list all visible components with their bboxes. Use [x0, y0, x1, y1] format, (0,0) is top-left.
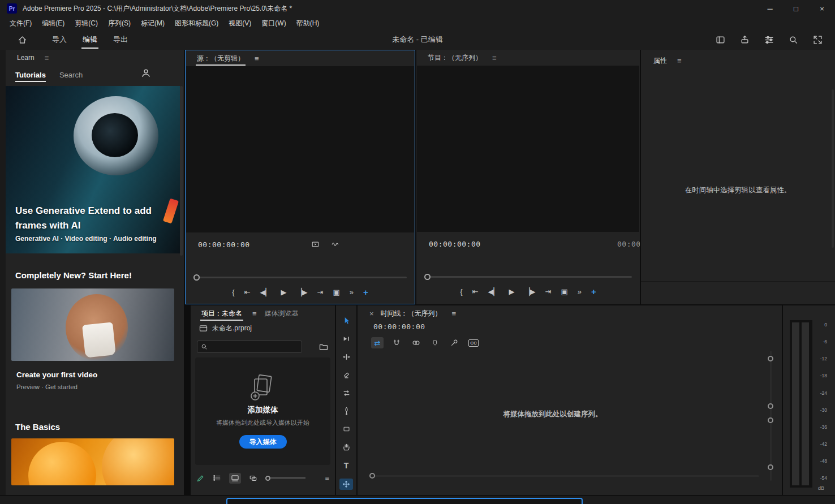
menu-help[interactable]: 帮助(H) [291, 19, 325, 28]
program-monitor-tab[interactable]: 节目：（无序列） [425, 50, 484, 66]
bin-icon[interactable] [319, 343, 328, 351]
source-scrubber[interactable] [193, 274, 407, 280]
project-writable-pencil-icon[interactable] [196, 474, 205, 483]
selection-tool-icon[interactable] [340, 316, 352, 325]
panel-menu-icon[interactable]: ≡ [45, 54, 49, 62]
more-buttons-chevron[interactable]: » [578, 288, 582, 295]
maximize-button[interactable]: □ [783, 0, 809, 17]
tab-export[interactable]: 导出 [105, 29, 136, 50]
go-to-in-button[interactable]: ⇤ [472, 288, 479, 295]
tab-import[interactable]: 导入 [44, 29, 75, 50]
track-select-tool-icon[interactable] [340, 334, 352, 343]
learn-tab-tutorials[interactable]: Tutorials [15, 66, 46, 84]
go-to-out-button[interactable]: ⇥ [317, 288, 324, 296]
tab-edit[interactable]: 编辑 [75, 29, 105, 50]
media-browser-tab[interactable]: 媒体浏览器 [262, 305, 301, 321]
program-scrubber[interactable] [424, 274, 632, 279]
settings-sliders-icon[interactable] [764, 35, 774, 45]
drag-video-icon[interactable] [311, 240, 320, 248]
step-forward-button[interactable]: ▕▶ [296, 288, 308, 296]
scroll-handle[interactable] [768, 417, 773, 423]
transform-tool-icon[interactable] [339, 479, 353, 490]
button-editor-add[interactable]: + [363, 288, 368, 296]
home-button[interactable] [12, 29, 32, 50]
tutorial-hero-card[interactable]: Use Generative Extend to add frames with… [6, 86, 180, 253]
timeline-vertical-scrollbar[interactable] [770, 351, 772, 481]
play-button[interactable]: ▶ [281, 288, 287, 296]
program-timecode[interactable]: 00:00:00:00 [429, 240, 481, 248]
source-timecode[interactable]: 00:00:00:00 [198, 240, 250, 249]
project-file-row[interactable]: 未命名.prproj [199, 324, 252, 333]
hscroll-handle[interactable] [369, 473, 375, 479]
captions-icon[interactable]: CC [467, 337, 480, 348]
mark-in-button[interactable]: { [460, 288, 462, 295]
panel-menu-icon[interactable]: ≡ [452, 310, 457, 317]
menu-graphics-titles[interactable]: 图形和标题(G) [170, 19, 223, 28]
menu-window[interactable]: 窗口(W) [256, 19, 291, 28]
export-frame-button[interactable]: ▣ [333, 288, 339, 296]
scroll-handle[interactable] [768, 403, 773, 409]
drag-audio-icon[interactable] [331, 240, 339, 248]
play-button[interactable]: ▶ [509, 288, 515, 295]
learn-panel-tab[interactable]: Learn [15, 50, 37, 66]
more-buttons-chevron[interactable]: » [350, 288, 354, 296]
go-to-in-button[interactable]: ⇤ [244, 288, 251, 296]
timeline-settings-wrench-icon[interactable] [448, 337, 460, 348]
first-video-card-title[interactable]: Create your first video [16, 371, 97, 379]
quick-export-icon[interactable] [740, 35, 750, 45]
project-tab[interactable]: 项目：未命名 [199, 305, 244, 321]
scroll-handle[interactable] [768, 464, 773, 470]
panel-menu-icon[interactable]: ≡ [252, 310, 257, 317]
workspace-layout-icon[interactable] [716, 35, 725, 45]
step-forward-button[interactable]: ▕▶ [524, 288, 536, 295]
source-monitor-tab[interactable]: 源：（无剪辑） [195, 50, 247, 66]
menu-marker[interactable]: 标记(M) [136, 19, 170, 28]
basics-card-image[interactable] [11, 438, 174, 485]
source-playhead[interactable] [193, 274, 200, 281]
import-media-button[interactable]: 导入媒体 [239, 435, 287, 449]
hand-tool-icon[interactable] [340, 442, 352, 452]
razor-tool-icon[interactable] [340, 370, 352, 380]
go-to-out-button[interactable]: ⇥ [545, 288, 552, 295]
timeline-horizontal-scrollbar[interactable] [369, 475, 759, 477]
scroll-handle[interactable] [768, 356, 773, 361]
step-back-button[interactable]: ◀▏ [260, 288, 272, 296]
panel-menu-icon[interactable]: ≡ [255, 55, 259, 62]
menu-edit[interactable]: 编辑(E) [37, 19, 70, 28]
first-video-card-image[interactable] [11, 288, 174, 361]
export-frame-button[interactable]: ▣ [561, 288, 567, 295]
zoom-slider[interactable] [265, 476, 305, 481]
project-search-input[interactable] [210, 343, 295, 351]
close-button[interactable]: × [809, 0, 835, 17]
zoom-slider-knob[interactable] [265, 476, 270, 481]
learn-tab-search[interactable]: Search [59, 66, 83, 84]
insert-overwrite-toggle-icon[interactable]: ⇄ [371, 337, 384, 348]
menu-view[interactable]: 视图(V) [223, 19, 256, 28]
properties-tab[interactable]: 属性 [651, 53, 669, 68]
panel-menu-icon[interactable]: ≡ [677, 57, 682, 64]
menu-sequence[interactable]: 序列(S) [103, 19, 136, 28]
program-playhead[interactable] [424, 274, 431, 280]
icon-view-button[interactable] [229, 473, 241, 484]
project-search-box[interactable] [197, 341, 302, 353]
fullscreen-icon[interactable] [813, 35, 823, 45]
add-marker-icon[interactable] [429, 337, 441, 348]
timeline-timecode[interactable]: 00:00:00:00 [373, 322, 425, 331]
list-view-icon[interactable] [213, 474, 221, 482]
timeline-close-icon[interactable]: × [369, 309, 374, 318]
account-person-icon[interactable] [141, 68, 151, 78]
footer-menu-icon[interactable]: ≡ [325, 475, 329, 482]
menu-file[interactable]: 文件(F) [5, 19, 37, 28]
learn-scrollbar[interactable] [180, 86, 183, 256]
button-editor-add[interactable]: + [591, 287, 596, 296]
media-dropzone[interactable]: 添加媒体 将媒体拖到此处或导入媒体以开始 导入媒体 [195, 357, 330, 465]
panel-menu-icon[interactable]: ≡ [492, 54, 497, 62]
snap-magnet-icon[interactable] [390, 337, 403, 348]
menu-clip[interactable]: 剪辑(C) [70, 19, 103, 28]
step-back-button[interactable]: ◀▏ [488, 288, 500, 295]
type-tool-icon[interactable]: T [340, 460, 352, 470]
zoom-tool-icon[interactable] [789, 35, 798, 45]
rectangle-tool-icon[interactable] [340, 424, 352, 434]
slip-tool-icon[interactable] [340, 388, 352, 398]
mark-in-button[interactable]: { [232, 288, 234, 296]
